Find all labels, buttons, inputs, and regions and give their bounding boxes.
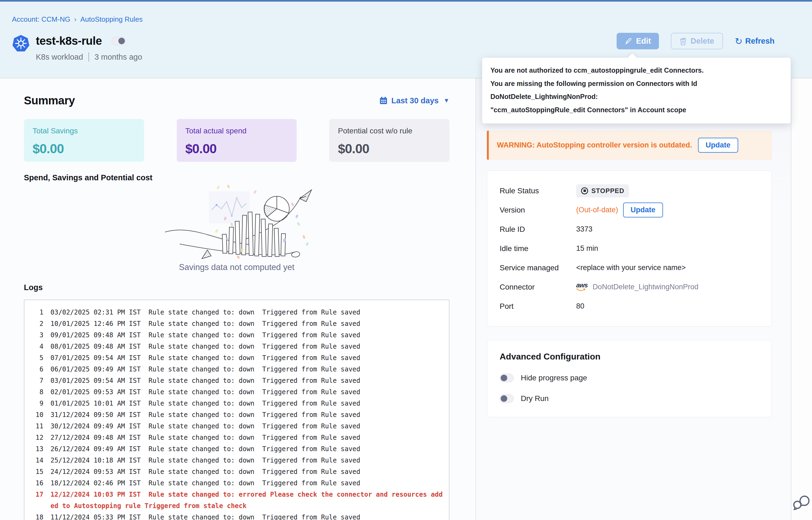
details-row: ConnectorawsDoNotDelete_LightwingNonProd	[500, 277, 759, 296]
log-row: 802/01/2025 09:53 AM IST Rule state chan…	[29, 386, 444, 398]
advanced-configuration-title: Advanced Configuration	[500, 352, 759, 362]
card-value: $0.00	[186, 141, 288, 156]
rule-enable-toggle[interactable]	[112, 36, 126, 45]
toggle-switch[interactable]	[500, 394, 514, 403]
details-row: Rule ID3373	[500, 219, 759, 239]
aws-icon: aws	[576, 283, 588, 291]
pencil-icon	[625, 37, 632, 45]
toggle-knob	[501, 375, 507, 381]
rule-subtitle: K8s workload 3 months ago	[36, 52, 142, 61]
advanced-configuration-card: Advanced Configuration Hide progress pag…	[487, 340, 772, 417]
advanced-toggle-row: Hide progress page	[500, 373, 759, 382]
connector-name[interactable]: DoNotDelete_LightwingNonProd	[592, 283, 698, 291]
breadcrumb-autostopping-link[interactable]: AutoStopping Rules	[80, 15, 143, 24]
edit-button[interactable]: Edit	[617, 33, 659, 49]
details-row-value: awsDoNotDelete_LightwingNonProd	[576, 283, 698, 291]
log-line-text: 08/01/2025 09:48 AM IST Rule state chang…	[50, 341, 444, 352]
log-line-number: 4	[29, 341, 44, 352]
log-row: 1425/12/2024 10:18 AM IST Rule state cha…	[29, 454, 444, 466]
log-line-text: 12/12/2024 10:03 PM IST Rule state chang…	[50, 489, 444, 512]
log-line-number: 14	[29, 454, 44, 466]
refresh-icon: ↻	[735, 36, 743, 46]
refresh-button-label: Refresh	[745, 36, 774, 46]
summary-title: Summary	[24, 94, 75, 107]
page-margin-strip	[791, 78, 812, 520]
calendar-icon	[379, 97, 388, 105]
details-row-label: Version	[500, 206, 576, 214]
tooltip-line-1: You are not authorized to ccm_autostoppi…	[490, 64, 782, 77]
summary-card-teal: Total Savings$0.00	[24, 119, 144, 162]
chart-section-title: Spend, Savings and Potential cost	[24, 173, 449, 182]
log-line-number: 15	[29, 466, 44, 477]
log-line-number: 10	[29, 409, 44, 420]
log-line-number: 11	[29, 420, 44, 432]
log-line-text: 02/01/2025 09:53 AM IST Rule state chang…	[50, 386, 444, 398]
card-value: $0.00	[338, 141, 441, 156]
tooltip-line-3: "ccm_autoStoppingRule_edit Connectors" i…	[490, 103, 782, 116]
log-line-number: 17	[29, 489, 44, 512]
delete-button-label: Delete	[690, 36, 714, 46]
edit-button-label: Edit	[636, 36, 651, 46]
tooltip-line-2: You are missing the following permission…	[490, 77, 782, 103]
log-line-number: 2	[29, 318, 44, 330]
date-range-selector[interactable]: Last 30 days ▼	[379, 96, 449, 105]
empty-chart-caption: Savings data not computed yet	[24, 262, 449, 272]
log-line-number: 16	[29, 477, 44, 489]
details-row-value: 15 min	[576, 244, 598, 253]
log-row: 1326/12/2024 09:49 AM IST Rule state cha…	[29, 443, 444, 454]
log-line-text: 09/01/2025 09:48 AM IST Rule state chang…	[50, 330, 444, 341]
log-row: 507/01/2025 09:54 AM IST Rule state chan…	[29, 352, 444, 364]
rule-age-label: 3 months ago	[94, 53, 142, 61]
details-row: Idle time15 min	[500, 239, 759, 258]
log-line-number: 13	[29, 443, 44, 454]
log-line-text: 25/12/2024 10:18 AM IST Rule state chang…	[50, 454, 444, 466]
log-line-text: 10/01/2025 12:46 PM IST Rule state chang…	[50, 318, 444, 330]
log-row: 103/02/2025 02:31 PM IST Rule state chan…	[29, 307, 444, 318]
trash-icon	[680, 37, 687, 45]
details-row-label: Rule ID	[500, 225, 576, 234]
log-line-number: 3	[29, 330, 44, 341]
chevron-down-icon: ▼	[443, 97, 449, 104]
delete-button[interactable]: Delete	[671, 33, 723, 49]
stop-circle-icon	[581, 187, 588, 194]
details-row-label: Service managed	[500, 263, 576, 272]
log-line-text: 26/12/2024 09:49 AM IST Rule state chang…	[50, 443, 444, 454]
chat-bubbles-icon[interactable]	[792, 492, 810, 511]
toggle-knob	[118, 38, 125, 44]
empty-chart-illustration: Savings data not computed yet	[24, 184, 449, 272]
log-row: 309/01/2025 09:48 AM IST Rule state chan…	[29, 330, 444, 341]
logs-console[interactable]: 103/02/2025 02:31 PM IST Rule state chan…	[24, 300, 449, 520]
controller-update-button[interactable]: Update	[698, 138, 738, 153]
details-row: Version(Out-of-date)Update	[500, 200, 759, 219]
details-row-label: Rule Status	[500, 186, 576, 195]
card-label: Total Savings	[32, 127, 136, 135]
card-value: $0.00	[32, 141, 136, 156]
card-label: Total actual spend	[186, 127, 288, 135]
log-row: 1712/12/2024 10:03 PM IST Rule state cha…	[29, 489, 444, 512]
log-row: 703/01/2025 09:54 AM IST Rule state chan…	[29, 375, 444, 386]
log-line-number: 8	[29, 386, 44, 398]
summary-card-purple: Total actual spend$0.00	[177, 119, 297, 162]
details-row: Service managed<replace with your servic…	[500, 258, 759, 277]
version-update-button[interactable]: Update	[623, 203, 663, 217]
status-badge: STOPPED	[576, 184, 629, 198]
breadcrumb-account-link[interactable]: Account: CCM-NG	[12, 15, 70, 24]
toggle-switch[interactable]	[500, 373, 514, 382]
page-title: test-k8s-rule	[36, 34, 102, 48]
breadcrumb-separator-icon: ›	[74, 15, 76, 24]
details-row-value: 3373	[576, 225, 592, 233]
log-line-text: 03/02/2025 02:31 PM IST Rule state chang…	[50, 307, 444, 318]
permission-tooltip: You are not authorized to ccm_autostoppi…	[482, 57, 791, 124]
details-row-value: <replace with your service name>	[576, 263, 686, 272]
card-label: Potential cost w/o rule	[338, 127, 441, 135]
log-line-number: 7	[29, 375, 44, 386]
summary-cards: Total Savings$0.00Total actual spend$0.0…	[24, 119, 449, 162]
toggle-knob	[501, 395, 507, 402]
log-line-text: 11/12/2024 05:33 PM IST Rule state chang…	[50, 512, 444, 520]
refresh-button[interactable]: ↻ Refresh	[735, 36, 775, 46]
log-line-text: 24/12/2024 09:53 AM IST Rule state chang…	[50, 466, 444, 477]
toggle-label: Hide progress page	[521, 373, 587, 382]
date-range-label: Last 30 days	[391, 96, 439, 105]
workload-type-label: K8s workload	[36, 53, 83, 61]
log-row: 1227/12/2024 09:48 AM IST Rule state cha…	[29, 432, 444, 443]
